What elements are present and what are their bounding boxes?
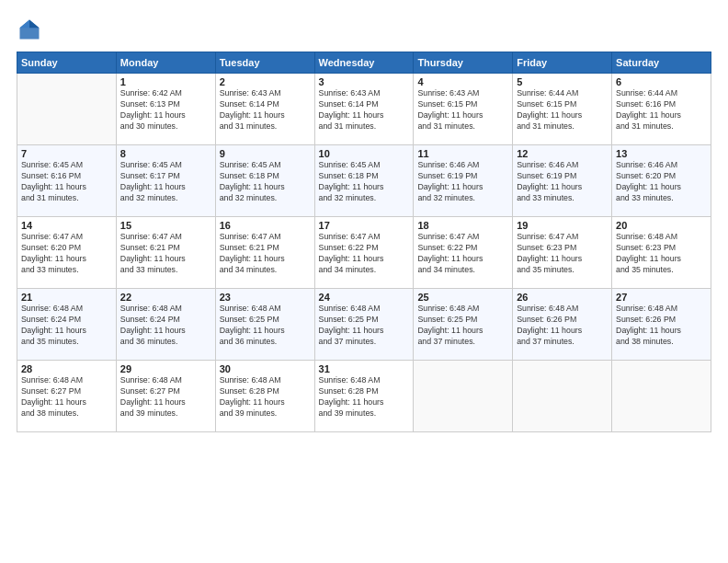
calendar-cell: 7Sunrise: 6:45 AMSunset: 6:16 PMDaylight… <box>17 145 117 217</box>
day-number: 5 <box>517 76 608 87</box>
calendar-cell: 16Sunrise: 6:47 AMSunset: 6:21 PMDayligh… <box>215 217 314 289</box>
calendar: SundayMondayTuesdayWednesdayThursdayFrid… <box>17 52 711 432</box>
day-number: 6 <box>616 76 707 87</box>
calendar-cell <box>513 361 612 432</box>
calendar-cell: 24Sunrise: 6:48 AMSunset: 6:25 PMDayligh… <box>314 289 414 361</box>
day-detail: Sunrise: 6:48 AMSunset: 6:28 PMDaylight:… <box>220 375 311 419</box>
calendar-cell: 14Sunrise: 6:47 AMSunset: 6:20 PMDayligh… <box>17 217 117 289</box>
day-detail: Sunrise: 6:48 AMSunset: 6:25 PMDaylight:… <box>220 304 311 348</box>
day-detail: Sunrise: 6:46 AMSunset: 6:19 PMDaylight:… <box>517 160 608 204</box>
calendar-cell <box>612 361 711 432</box>
calendar-cell: 20Sunrise: 6:48 AMSunset: 6:23 PMDayligh… <box>612 217 711 289</box>
calendar-cell: 28Sunrise: 6:48 AMSunset: 6:27 PMDayligh… <box>17 361 117 432</box>
day-number: 18 <box>417 220 508 231</box>
calendar-cell: 13Sunrise: 6:46 AMSunset: 6:20 PMDayligh… <box>612 145 711 217</box>
day-detail: Sunrise: 6:48 AMSunset: 6:24 PMDaylight:… <box>120 304 211 348</box>
day-detail: Sunrise: 6:48 AMSunset: 6:26 PMDaylight:… <box>517 304 608 348</box>
calendar-cell: 17Sunrise: 6:47 AMSunset: 6:22 PMDayligh… <box>314 217 414 289</box>
day-detail: Sunrise: 6:45 AMSunset: 6:18 PMDaylight:… <box>319 160 410 204</box>
calendar-week-3: 21Sunrise: 6:48 AMSunset: 6:24 PMDayligh… <box>17 289 711 361</box>
day-number: 25 <box>417 292 508 303</box>
calendar-cell: 8Sunrise: 6:45 AMSunset: 6:17 PMDaylight… <box>116 145 215 217</box>
header <box>17 17 711 42</box>
day-number: 16 <box>220 220 311 231</box>
day-number: 8 <box>120 148 211 159</box>
day-detail: Sunrise: 6:43 AMSunset: 6:14 PMDaylight:… <box>319 88 410 132</box>
day-detail: Sunrise: 6:45 AMSunset: 6:17 PMDaylight:… <box>120 160 211 204</box>
day-detail: Sunrise: 6:48 AMSunset: 6:27 PMDaylight:… <box>120 375 211 419</box>
calendar-cell: 30Sunrise: 6:48 AMSunset: 6:28 PMDayligh… <box>215 361 314 432</box>
day-detail: Sunrise: 6:44 AMSunset: 6:15 PMDaylight:… <box>517 88 608 132</box>
calendar-cell: 23Sunrise: 6:48 AMSunset: 6:25 PMDayligh… <box>215 289 314 361</box>
calendar-cell: 10Sunrise: 6:45 AMSunset: 6:18 PMDayligh… <box>314 145 414 217</box>
day-number: 11 <box>417 148 508 159</box>
calendar-cell: 31Sunrise: 6:48 AMSunset: 6:28 PMDayligh… <box>314 361 414 432</box>
day-number: 10 <box>319 148 410 159</box>
calendar-cell: 11Sunrise: 6:46 AMSunset: 6:19 PMDayligh… <box>414 145 513 217</box>
day-detail: Sunrise: 6:45 AMSunset: 6:16 PMDaylight:… <box>21 160 112 204</box>
day-number: 7 <box>21 148 112 159</box>
day-number: 29 <box>120 363 211 374</box>
calendar-cell <box>17 74 117 145</box>
day-number: 13 <box>616 148 707 159</box>
calendar-cell: 6Sunrise: 6:44 AMSunset: 6:16 PMDaylight… <box>612 74 711 145</box>
calendar-week-4: 28Sunrise: 6:48 AMSunset: 6:27 PMDayligh… <box>17 361 711 432</box>
day-number: 14 <box>21 220 112 231</box>
day-number: 9 <box>220 148 311 159</box>
day-number: 30 <box>220 363 311 374</box>
day-number: 23 <box>220 292 311 303</box>
calendar-cell <box>414 361 513 432</box>
calendar-week-1: 7Sunrise: 6:45 AMSunset: 6:16 PMDaylight… <box>17 145 711 217</box>
calendar-cell: 4Sunrise: 6:43 AMSunset: 6:15 PMDaylight… <box>414 74 513 145</box>
day-detail: Sunrise: 6:46 AMSunset: 6:20 PMDaylight:… <box>616 160 707 204</box>
day-detail: Sunrise: 6:47 AMSunset: 6:22 PMDaylight:… <box>319 232 410 276</box>
calendar-cell: 27Sunrise: 6:48 AMSunset: 6:26 PMDayligh… <box>612 289 711 361</box>
calendar-cell: 2Sunrise: 6:43 AMSunset: 6:14 PMDaylight… <box>215 74 314 145</box>
day-detail: Sunrise: 6:43 AMSunset: 6:14 PMDaylight:… <box>220 88 311 132</box>
day-header-tuesday: Tuesday <box>215 52 314 74</box>
day-number: 21 <box>21 292 112 303</box>
day-header-thursday: Thursday <box>414 52 513 74</box>
day-detail: Sunrise: 6:46 AMSunset: 6:19 PMDaylight:… <box>417 160 508 204</box>
day-detail: Sunrise: 6:48 AMSunset: 6:25 PMDaylight:… <box>417 304 508 348</box>
day-detail: Sunrise: 6:48 AMSunset: 6:24 PMDaylight:… <box>21 304 112 348</box>
logo-icon <box>17 17 42 42</box>
day-header-saturday: Saturday <box>612 52 711 74</box>
day-number: 2 <box>220 76 311 87</box>
calendar-cell: 12Sunrise: 6:46 AMSunset: 6:19 PMDayligh… <box>513 145 612 217</box>
day-detail: Sunrise: 6:47 AMSunset: 6:21 PMDaylight:… <box>220 232 311 276</box>
day-detail: Sunrise: 6:48 AMSunset: 6:23 PMDaylight:… <box>616 232 707 276</box>
calendar-cell: 19Sunrise: 6:47 AMSunset: 6:23 PMDayligh… <box>513 217 612 289</box>
day-number: 3 <box>319 76 410 87</box>
svg-marker-2 <box>20 20 30 29</box>
day-number: 1 <box>120 76 211 87</box>
page: SundayMondayTuesdayWednesdayThursdayFrid… <box>0 0 728 563</box>
day-number: 31 <box>319 363 410 374</box>
day-detail: Sunrise: 6:48 AMSunset: 6:25 PMDaylight:… <box>319 304 410 348</box>
day-number: 4 <box>417 76 508 87</box>
day-number: 28 <box>21 363 112 374</box>
calendar-cell: 5Sunrise: 6:44 AMSunset: 6:15 PMDaylight… <box>513 74 612 145</box>
day-number: 26 <box>517 292 608 303</box>
day-detail: Sunrise: 6:47 AMSunset: 6:23 PMDaylight:… <box>517 232 608 276</box>
day-detail: Sunrise: 6:45 AMSunset: 6:18 PMDaylight:… <box>220 160 311 204</box>
day-number: 20 <box>616 220 707 231</box>
day-number: 27 <box>616 292 707 303</box>
calendar-week-0: 1Sunrise: 6:42 AMSunset: 6:13 PMDaylight… <box>17 74 711 145</box>
calendar-cell: 1Sunrise: 6:42 AMSunset: 6:13 PMDaylight… <box>116 74 215 145</box>
calendar-cell: 29Sunrise: 6:48 AMSunset: 6:27 PMDayligh… <box>116 361 215 432</box>
calendar-cell: 18Sunrise: 6:47 AMSunset: 6:22 PMDayligh… <box>414 217 513 289</box>
calendar-cell: 15Sunrise: 6:47 AMSunset: 6:21 PMDayligh… <box>116 217 215 289</box>
day-number: 24 <box>319 292 410 303</box>
calendar-cell: 26Sunrise: 6:48 AMSunset: 6:26 PMDayligh… <box>513 289 612 361</box>
day-header-sunday: Sunday <box>17 52 117 74</box>
calendar-week-2: 14Sunrise: 6:47 AMSunset: 6:20 PMDayligh… <box>17 217 711 289</box>
day-detail: Sunrise: 6:47 AMSunset: 6:20 PMDaylight:… <box>21 232 112 276</box>
day-header-friday: Friday <box>513 52 612 74</box>
day-detail: Sunrise: 6:44 AMSunset: 6:16 PMDaylight:… <box>616 88 707 132</box>
day-detail: Sunrise: 6:48 AMSunset: 6:27 PMDaylight:… <box>21 375 112 419</box>
calendar-cell: 25Sunrise: 6:48 AMSunset: 6:25 PMDayligh… <box>414 289 513 361</box>
day-number: 15 <box>120 220 211 231</box>
day-detail: Sunrise: 6:47 AMSunset: 6:22 PMDaylight:… <box>417 232 508 276</box>
svg-marker-1 <box>29 20 40 29</box>
